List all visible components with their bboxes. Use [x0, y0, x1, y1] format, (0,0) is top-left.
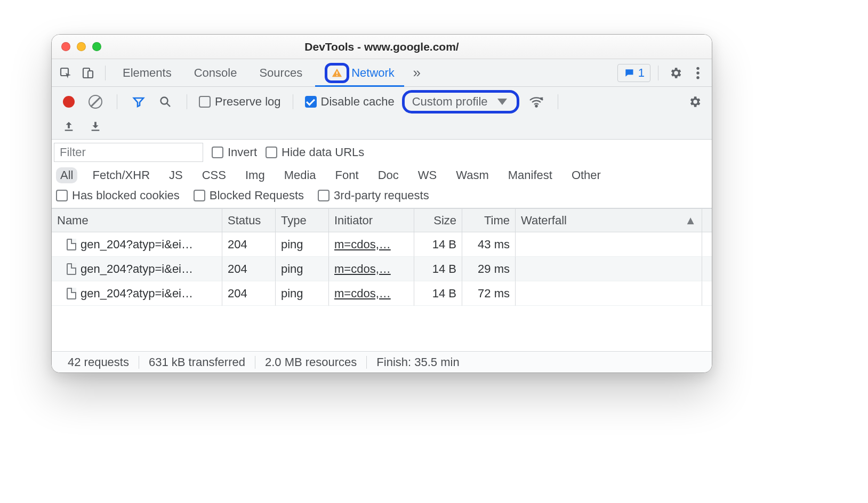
- import-har-button[interactable]: [86, 117, 105, 136]
- titlebar: DevTools - www.google.com/: [52, 35, 712, 59]
- issues-count: 1: [638, 66, 645, 80]
- filter-type-all[interactable]: All: [56, 167, 77, 183]
- col-waterfall[interactable]: Waterfall▲: [516, 209, 702, 232]
- kebab-menu-icon[interactable]: [688, 63, 708, 83]
- table-header: Name Status Type Initiator Size Time Wat…: [52, 209, 712, 232]
- svg-rect-3: [336, 71, 337, 74]
- col-name[interactable]: Name: [52, 209, 222, 232]
- blocked-requests-label: Blocked Requests: [210, 189, 304, 202]
- cell-size: 14 B: [414, 257, 462, 281]
- cell-time: 43 ms: [462, 232, 516, 257]
- network-conditions-icon[interactable]: [527, 92, 546, 111]
- cell-initiator[interactable]: m=cdos,…: [329, 281, 414, 306]
- filter-type-js[interactable]: JS: [165, 167, 187, 183]
- checkbox-icon: [305, 96, 317, 108]
- device-toolbar-icon[interactable]: [78, 63, 98, 83]
- preserve-log-checkbox[interactable]: Preserve log: [199, 95, 281, 109]
- settings-icon[interactable]: [666, 63, 685, 83]
- cell-waterfall: [516, 281, 702, 306]
- divider: [187, 94, 187, 109]
- tab-label: Sources: [259, 66, 302, 80]
- download-icon: [90, 120, 101, 132]
- clear-button[interactable]: [86, 92, 105, 111]
- col-type[interactable]: Type: [276, 209, 329, 232]
- blocked-requests-checkbox[interactable]: Blocked Requests: [194, 189, 304, 202]
- cell-status: 204: [222, 281, 276, 306]
- wifi-icon: [529, 95, 544, 108]
- divider: [558, 94, 558, 109]
- filter-type-css[interactable]: CSS: [198, 167, 230, 183]
- filter-type-font[interactable]: Font: [331, 167, 363, 183]
- filter-type-doc[interactable]: Doc: [374, 167, 403, 183]
- blocked-cookies-checkbox[interactable]: Has blocked cookies: [56, 189, 180, 202]
- third-party-checkbox[interactable]: 3rd-party requests: [318, 189, 429, 202]
- throttling-value: Custom profile: [412, 95, 488, 109]
- window-title: DevTools - www.google.com/: [52, 40, 712, 53]
- close-window-button[interactable]: [61, 42, 70, 51]
- more-tabs-icon[interactable]: »: [407, 63, 427, 83]
- file-icon: [67, 288, 76, 299]
- svg-point-6: [696, 71, 699, 74]
- disable-cache-checkbox[interactable]: Disable cache: [305, 95, 395, 109]
- record-button[interactable]: [59, 92, 78, 111]
- divider: [293, 94, 293, 109]
- checkbox-icon: [194, 190, 205, 201]
- search-icon: [159, 95, 172, 108]
- table-row[interactable]: gen_204?atyp=i&ei…204pingm=cdos,…14 B43 …: [52, 232, 712, 257]
- cell-status: 204: [222, 232, 276, 257]
- inspect-element-icon[interactable]: [56, 63, 75, 83]
- cell-size: 14 B: [414, 281, 462, 306]
- export-har-button[interactable]: [59, 117, 78, 136]
- filter-type-other[interactable]: Other: [567, 167, 605, 183]
- invert-checkbox[interactable]: Invert: [212, 145, 257, 159]
- filter-input[interactable]: Filter: [54, 143, 203, 162]
- cell-type: ping: [276, 257, 329, 281]
- filter-type-wasm[interactable]: Wasm: [452, 167, 493, 183]
- tab-network[interactable]: Network: [315, 59, 404, 87]
- minimize-window-button[interactable]: [77, 42, 86, 51]
- cell-type: ping: [276, 232, 329, 257]
- throttling-select[interactable]: Custom profile: [402, 90, 519, 113]
- table-row[interactable]: gen_204?atyp=i&ei…204pingm=cdos,…14 B72 …: [52, 281, 712, 306]
- tab-console[interactable]: Console: [184, 59, 247, 87]
- table-body: gen_204?atyp=i&ei…204pingm=cdos,…14 B43 …: [52, 232, 712, 306]
- issues-button[interactable]: 1: [617, 64, 650, 82]
- third-party-label: 3rd-party requests: [334, 189, 429, 202]
- col-time[interactable]: Time: [462, 209, 516, 232]
- network-toolbar: Preserve log Disable cache Custom profil…: [52, 87, 712, 140]
- table-row[interactable]: gen_204?atyp=i&ei…204pingm=cdos,…14 B29 …: [52, 257, 712, 281]
- filter-type-fetchxhr[interactable]: Fetch/XHR: [88, 167, 154, 183]
- hide-data-urls-checkbox[interactable]: Hide data URLs: [266, 145, 364, 159]
- tab-elements[interactable]: Elements: [113, 59, 181, 87]
- col-size[interactable]: Size: [414, 209, 462, 232]
- cell-status: 204: [222, 257, 276, 281]
- filter-type-media[interactable]: Media: [280, 167, 320, 183]
- cell-initiator[interactable]: m=cdos,…: [329, 257, 414, 281]
- divider: [117, 94, 117, 109]
- scrollbar-gutter: [702, 281, 712, 306]
- col-status[interactable]: Status: [222, 209, 276, 232]
- tab-sources[interactable]: Sources: [250, 59, 312, 87]
- filter-toggle-button[interactable]: [129, 92, 148, 111]
- filter-type-manifest[interactable]: Manifest: [504, 167, 557, 183]
- svg-point-9: [535, 105, 537, 107]
- warning-badge: [325, 63, 349, 83]
- network-settings-icon[interactable]: [685, 92, 704, 111]
- cell-initiator[interactable]: m=cdos,…: [329, 232, 414, 257]
- blocked-cookies-label: Has blocked cookies: [72, 189, 180, 202]
- hide-data-urls-label: Hide data URLs: [282, 145, 364, 159]
- checkbox-icon: [199, 96, 211, 108]
- col-initiator[interactable]: Initiator: [329, 209, 414, 232]
- request-table: Name Status Type Initiator Size Time Wat…: [52, 208, 712, 351]
- status-resources: 2.0 MB resources: [255, 355, 366, 369]
- window-controls: [52, 42, 101, 51]
- sort-ascending-icon: ▲: [685, 214, 696, 228]
- invert-label: Invert: [228, 145, 257, 159]
- filter-type-img[interactable]: Img: [241, 167, 269, 183]
- zoom-window-button[interactable]: [92, 42, 101, 51]
- file-icon: [67, 263, 76, 275]
- tab-label: Network: [351, 66, 395, 80]
- tab-label: Elements: [123, 66, 172, 80]
- filter-type-ws[interactable]: WS: [414, 167, 441, 183]
- search-button[interactable]: [156, 92, 175, 111]
